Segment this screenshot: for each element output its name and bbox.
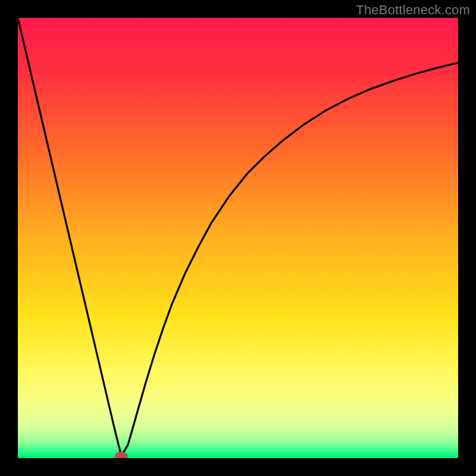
chart-frame: TheBottleneck.com — [0, 0, 476, 476]
chart-svg — [18, 18, 458, 458]
watermark-text: TheBottleneck.com — [356, 2, 470, 18]
plot-area — [18, 18, 458, 458]
gradient-background — [18, 18, 458, 458]
